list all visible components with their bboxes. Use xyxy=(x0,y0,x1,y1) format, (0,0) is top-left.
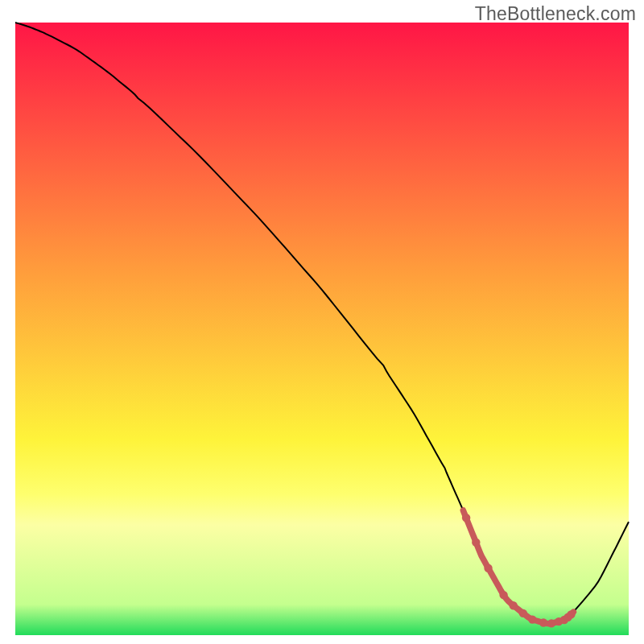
highlight-marker xyxy=(462,514,470,522)
highlight-marker xyxy=(499,591,507,599)
plot-background xyxy=(15,23,629,635)
highlight-marker xyxy=(528,615,536,623)
chart-svg xyxy=(0,0,644,644)
highlight-marker xyxy=(567,610,575,618)
highlight-marker xyxy=(472,539,480,547)
highlight-marker xyxy=(547,619,555,627)
highlight-marker xyxy=(484,564,492,572)
highlight-marker xyxy=(510,601,518,609)
highlight-marker xyxy=(539,618,547,626)
plot-area xyxy=(15,23,629,635)
chart-stage: TheBottleneck.com xyxy=(0,0,644,644)
highlight-marker xyxy=(519,609,527,617)
